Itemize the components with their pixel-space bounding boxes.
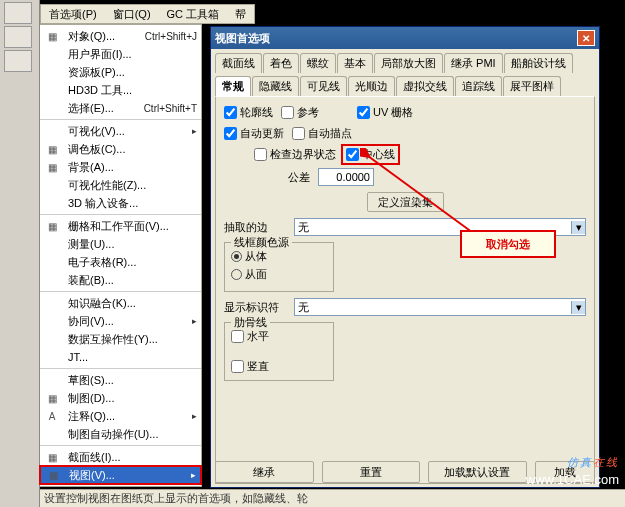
menu-help[interactable]: 帮 xyxy=(231,5,250,24)
menu-item[interactable]: ▦栅格和工作平面(V)... xyxy=(40,217,201,235)
preferences-dropdown: ▦对象(Q)...Ctrl+Shift+J用户界面(I)...资源板(P)...… xyxy=(40,24,202,487)
menu-item[interactable]: ▦背景(A)... xyxy=(40,158,201,176)
tab[interactable]: 继承 PMI xyxy=(444,53,503,73)
chk-auto-anchor[interactable]: 自动描点 xyxy=(292,126,352,141)
menu-preferences[interactable]: 首选项(P) xyxy=(45,5,101,24)
extract-edges-label: 抽取的边 xyxy=(224,220,286,235)
tolerance-input[interactable] xyxy=(318,168,374,186)
radio-from-body[interactable]: 从体 xyxy=(231,249,327,264)
chevron-down-icon: ▾ xyxy=(571,301,585,314)
tab[interactable]: 常规 xyxy=(215,76,251,96)
tab[interactable]: 螺纹 xyxy=(300,53,336,73)
menu-item[interactable]: 3D 输入设备... xyxy=(40,194,201,212)
tab[interactable]: 展平图样 xyxy=(503,76,561,96)
rib-line-group: 肋骨线 水平 竖直 xyxy=(224,322,334,381)
tab[interactable]: 虚拟交线 xyxy=(396,76,454,96)
menu-item[interactable]: JT... xyxy=(40,348,201,366)
menu-item[interactable]: ▦视图(V)... xyxy=(40,466,201,484)
chk-check-boundary[interactable]: 检查边界状态 xyxy=(254,147,336,162)
tabs-row-1: 截面线着色螺纹基本局部放大图继承 PMI船舶设计线 xyxy=(211,49,599,73)
define-render-set-button[interactable]: 定义渲染集 xyxy=(367,192,444,212)
tab[interactable]: 局部放大图 xyxy=(374,53,443,73)
left-toolstrip xyxy=(0,0,40,507)
tab[interactable]: 可见线 xyxy=(300,76,347,96)
menu-item[interactable]: ▦制图(D)... xyxy=(40,389,201,407)
menu-item[interactable]: 数据互操作性(Y)... xyxy=(40,330,201,348)
tab[interactable]: 截面线 xyxy=(215,53,262,73)
chk-uv-grid[interactable]: UV 栅格 xyxy=(357,105,413,120)
tabs-row-2: 常规隐藏线可见线光顺边虚拟交线追踪线展平图样 xyxy=(211,72,599,96)
wireframe-color-group: 线框颜色源 从体 从面 xyxy=(224,242,334,292)
menu-item[interactable]: 草图(S)... xyxy=(40,371,201,389)
menu-item[interactable]: ▦对象(Q)...Ctrl+Shift+J xyxy=(40,27,201,45)
tab[interactable]: 光顺边 xyxy=(348,76,395,96)
reset-button[interactable]: 重置 xyxy=(322,461,421,483)
menu-window[interactable]: 窗口(Q) xyxy=(109,5,155,24)
tab[interactable]: 隐藏线 xyxy=(252,76,299,96)
chk-horizontal[interactable]: 水平 xyxy=(231,329,327,344)
menubar: 首选项(P) 窗口(Q) GC 工具箱 帮 xyxy=(40,4,255,24)
menu-item[interactable]: 制图自动操作(U)... xyxy=(40,425,201,443)
chk-auto-update[interactable]: 自动更新 xyxy=(224,126,284,141)
menu-item[interactable]: 知识融合(K)... xyxy=(40,294,201,312)
tab[interactable]: 着色 xyxy=(263,53,299,73)
menu-gc-toolbox[interactable]: GC 工具箱 xyxy=(163,5,224,24)
menu-item[interactable]: HD3D 工具... xyxy=(40,81,201,99)
group-title: 线框颜色源 xyxy=(231,235,292,250)
inherit-button[interactable]: 继承 xyxy=(215,461,314,483)
dialog-title: 视图首选项 xyxy=(215,31,577,46)
tool-icon[interactable] xyxy=(4,50,32,72)
menu-item[interactable]: 测量(U)... xyxy=(40,235,201,253)
menu-item[interactable]: 协同(V)... xyxy=(40,312,201,330)
centerline-highlight: 中心线 xyxy=(344,147,397,162)
status-text: 设置控制视图在图纸页上显示的首选项，如隐藏线、轮 xyxy=(44,491,308,506)
close-icon[interactable]: ✕ xyxy=(577,30,595,46)
menu-item[interactable]: ▦调色板(C)... xyxy=(40,140,201,158)
load-defaults-button[interactable]: 加载默认设置 xyxy=(428,461,527,483)
radio-from-face[interactable]: 从面 xyxy=(231,267,327,282)
tab[interactable]: 基本 xyxy=(337,53,373,73)
tool-icon[interactable] xyxy=(4,2,32,24)
menu-item[interactable]: 可视化性能(Z)... xyxy=(40,176,201,194)
group-title: 肋骨线 xyxy=(231,315,270,330)
tab[interactable]: 追踪线 xyxy=(455,76,502,96)
chk-vertical[interactable]: 竖直 xyxy=(231,359,327,374)
chk-reference[interactable]: 参考 xyxy=(281,105,319,120)
watermark: 仿真在线 www.1CAE.com xyxy=(526,446,619,487)
tool-icon[interactable] xyxy=(4,26,32,48)
dialog-titlebar: 视图首选项 ✕ xyxy=(211,27,599,49)
chk-outline[interactable]: 轮廓线 xyxy=(224,105,273,120)
chevron-down-icon: ▾ xyxy=(571,221,585,234)
menu-item[interactable]: 资源板(P)... xyxy=(40,63,201,81)
tab-panel-general: 轮廓线 参考 UV 栅格 自动更新 自动描点 检查边界状态 中心线 公差 定义渲… xyxy=(215,96,595,484)
menu-item[interactable]: 电子表格(R)... xyxy=(40,253,201,271)
tolerance-label: 公差 xyxy=(254,170,310,185)
tab[interactable]: 船舶设计线 xyxy=(504,53,573,73)
display-id-label: 显示标识符 xyxy=(224,300,286,315)
annotation-callout: 取消勾选 xyxy=(460,230,556,258)
status-bar: 设置控制视图在图纸页上显示的首选项，如隐藏线、轮 xyxy=(40,489,625,507)
chk-centerline[interactable]: 中心线 xyxy=(346,147,395,162)
display-id-select[interactable]: 无▾ xyxy=(294,298,586,316)
menu-item[interactable]: 可视化(V)... xyxy=(40,122,201,140)
menu-item[interactable]: 用户界面(I)... xyxy=(40,45,201,63)
menu-item[interactable]: 选择(E)...Ctrl+Shift+T xyxy=(40,99,201,117)
menu-item[interactable]: 装配(B)... xyxy=(40,271,201,289)
menu-item[interactable]: A注释(Q)... xyxy=(40,407,201,425)
menu-item[interactable]: ▦截面线(I)... xyxy=(40,448,201,466)
